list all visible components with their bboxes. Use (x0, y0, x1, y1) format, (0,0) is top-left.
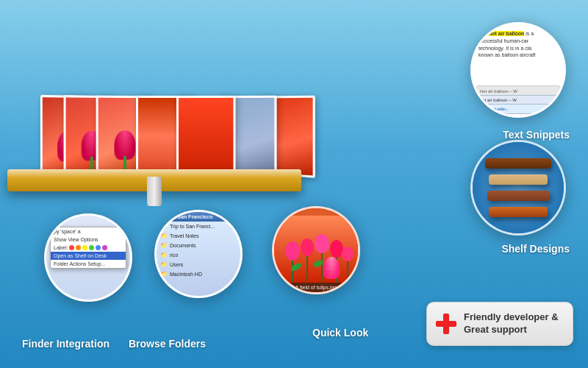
browse-item-6: Macintosh HD (157, 269, 240, 279)
svg-point-10 (342, 247, 354, 261)
finder-integration-label: Finder Integration (22, 338, 110, 350)
text-snippets-circle: The hot air balloon is a successful huma… (470, 22, 566, 118)
tulip-svg (274, 216, 358, 282)
support-text: Friendly developer & Great support (464, 311, 559, 336)
text-snippet-preview: The hot air balloon is a successful huma… (473, 24, 564, 116)
finder-menu-item-1: py 'space' a (51, 227, 126, 236)
color-dot-yellow (82, 245, 87, 250)
support-cross-icon (436, 314, 456, 334)
svg-point-8 (315, 234, 329, 253)
quick-look-label: Quick Look (312, 327, 368, 339)
browse-header: Trip to San Francisco (157, 212, 240, 222)
shelf-design-preview (473, 142, 564, 233)
browse-item-1: Trip to San Franci... (157, 222, 240, 231)
finder-menu-item-2: Show View Options (51, 236, 126, 244)
finder-integration-circle: py 'space' a Show View Options Label: Op… (44, 213, 132, 302)
photo-card (176, 96, 236, 177)
finder-menu-item-folder: Folder Actions Setup... (51, 260, 126, 268)
support-line2: Great support (464, 324, 527, 335)
svg-point-7 (301, 238, 314, 256)
finder-menu: py 'space' a Show View Options Label: Op… (50, 227, 126, 269)
text-snippets-label: Text Snippets (503, 129, 570, 141)
quick-look-circle: A field of tulips.jpg (272, 206, 360, 294)
shelf-bracket (147, 177, 162, 206)
color-dot-blue (96, 245, 101, 250)
link-bar: ↵ http://en.wikin... (476, 104, 560, 114)
shelf-layer-medium (487, 191, 550, 201)
quick-look-caption: A field of tulips.jpg (274, 283, 358, 292)
browse-item-3: Documents (157, 241, 240, 250)
shelf-layer-dark (485, 158, 551, 169)
shelf-section (0, 15, 309, 206)
browse-item-4: rico (157, 250, 240, 260)
browse-folders-label: Browse Folders (129, 338, 206, 350)
shelf-designs-circle (470, 140, 566, 236)
finder-label-row: Label: (51, 244, 126, 252)
quick-look-preview: A field of tulips.jpg (274, 208, 358, 292)
shelf-designs-label: Shelf Designs (501, 243, 570, 255)
color-dot-orange (76, 245, 81, 250)
photo-stack (15, 37, 294, 177)
color-dot-red (69, 245, 74, 250)
url-bar-text: Hot air balloon – W (480, 89, 517, 93)
browse-folders-circle: Trip to San Francisco Trip to San Franci… (154, 210, 243, 298)
color-dot-green (89, 245, 94, 250)
support-line1: Friendly developer & (464, 311, 559, 322)
shelf-layer-orange (489, 207, 548, 217)
svg-point-13 (327, 261, 339, 270)
svg-point-9 (330, 240, 343, 258)
browse-item-5: Users (157, 260, 240, 269)
finder-preview: py 'space' a Show View Options Label: Op… (46, 216, 130, 300)
support-badge[interactable]: Friendly developer & Great support (426, 302, 573, 346)
shelf-layer-light (489, 174, 548, 185)
finder-menu-item-open: Open as Shelf on Desk (51, 252, 126, 260)
browse-item-2: Travel Notes (157, 231, 240, 241)
browse-preview: Trip to San Francisco Trip to San Franci… (157, 212, 240, 296)
color-dot-purple (102, 245, 107, 250)
svg-point-6 (285, 241, 300, 261)
quick-look-image (274, 216, 358, 283)
